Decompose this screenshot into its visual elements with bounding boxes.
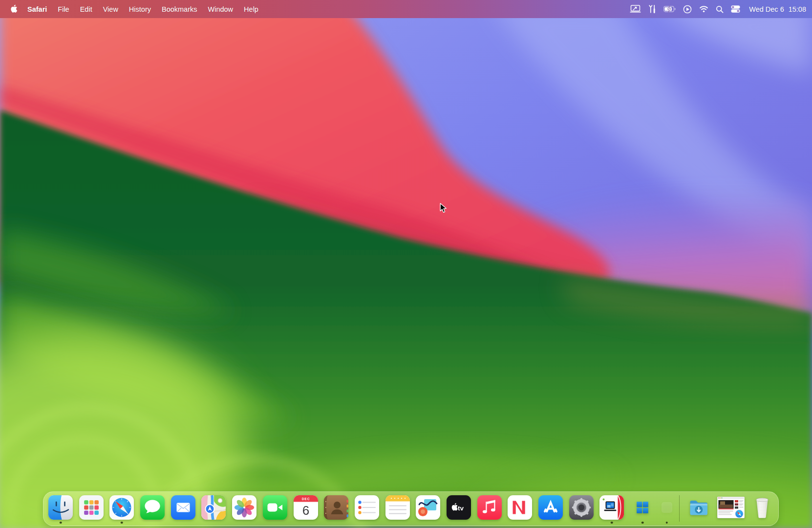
menu-file[interactable]: File: [52, 5, 74, 13]
menu-bar-clock[interactable]: Wed Dec 615:08: [749, 5, 806, 13]
dock-item-safari-window[interactable]: [717, 495, 745, 520]
apple-menu-icon[interactable]: [7, 4, 22, 14]
menu-history[interactable]: History: [124, 5, 156, 13]
menu-bar-right: Wed Dec 615:08: [630, 5, 806, 14]
dock-item-tv[interactable]: tv: [447, 495, 471, 520]
tools-icon[interactable]: [648, 5, 656, 13]
battery-charging-icon[interactable]: [663, 5, 676, 13]
running-indicator: [121, 522, 123, 524]
active-app-menu[interactable]: Safari: [22, 5, 52, 13]
dock-item-system-settings[interactable]: [569, 495, 594, 520]
dock-item-finder[interactable]: [48, 495, 73, 520]
dock-item-launchpad[interactable]: [79, 495, 104, 520]
svg-text:DEC: DEC: [301, 497, 310, 501]
dock-item-calendar[interactable]: DEC 6: [294, 495, 318, 520]
desktop-wallpaper: [0, 0, 812, 528]
screen-mirroring-icon[interactable]: [630, 5, 641, 13]
dock-item-notes[interactable]: [385, 495, 410, 520]
menu-help[interactable]: Help: [238, 5, 264, 13]
dock-item-trash[interactable]: [751, 495, 773, 520]
dock-item-safari[interactable]: [109, 495, 134, 520]
dock-item-facetime[interactable]: [263, 495, 287, 520]
spotlight-search-icon[interactable]: [716, 5, 724, 13]
dock-item-freeform[interactable]: [416, 495, 440, 520]
clock-time: 15:08: [789, 5, 806, 13]
dock-item-mail[interactable]: [171, 495, 195, 520]
dock-item-windows[interactable]: [630, 495, 655, 520]
dock-item-messages[interactable]: [140, 495, 165, 520]
running-indicator: [611, 522, 613, 524]
dock-item-downloads[interactable]: [686, 495, 711, 520]
mouse-cursor: [440, 203, 447, 215]
wifi-icon[interactable]: [699, 5, 708, 13]
dock-item-reminders[interactable]: [355, 495, 379, 520]
svg-text:tv: tv: [458, 505, 464, 512]
menu-bar: SafariFileEditViewHistoryBookmarksWindow…: [0, 0, 812, 18]
running-indicator: [641, 522, 644, 524]
dock-item-photos[interactable]: [232, 495, 256, 520]
menu-edit[interactable]: Edit: [75, 5, 98, 13]
running-indicator: [666, 522, 668, 524]
dock-item-news[interactable]: [508, 495, 532, 520]
dock: DEC 6 tv: [43, 491, 779, 526]
dock-separator: [679, 495, 680, 522]
menu-bookmarks[interactable]: Bookmarks: [156, 5, 203, 13]
svg-text:6: 6: [302, 503, 309, 518]
menu-window[interactable]: Window: [203, 5, 239, 13]
dock-item-maps[interactable]: [201, 495, 226, 520]
dock-item-app-store[interactable]: [538, 495, 563, 520]
play-circle-icon[interactable]: [683, 5, 692, 14]
dock-item-music[interactable]: [477, 495, 502, 520]
dock-item-parallels-desktop[interactable]: [599, 495, 624, 520]
menu-bar-left: SafariFileEditViewHistoryBookmarksWindow…: [7, 4, 264, 14]
control-center-icon[interactable]: [731, 5, 740, 13]
dock-item-contacts[interactable]: [324, 495, 348, 520]
dock-item-hidden-app[interactable]: [661, 495, 673, 520]
menu-view[interactable]: View: [98, 5, 124, 13]
running-indicator: [60, 522, 62, 524]
clock-date: Wed Dec 6: [749, 5, 784, 13]
